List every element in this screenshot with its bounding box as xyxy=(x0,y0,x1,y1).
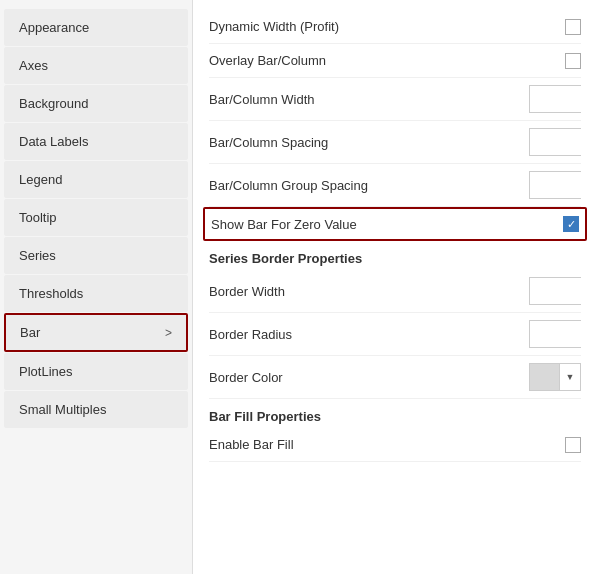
property-row-bar-column-width: Bar/Column Width▲▼ xyxy=(209,78,581,121)
property-row-border-color: Border Color▼ xyxy=(209,356,581,399)
checkbox-enable-bar-fill[interactable] xyxy=(565,437,581,453)
property-label-dynamic-width: Dynamic Width (Profit) xyxy=(209,19,339,34)
sidebar-item-label-series: Series xyxy=(19,248,56,263)
property-label-enable-bar-fill: Enable Bar Fill xyxy=(209,437,294,452)
sidebar-item-label-plotlines: PlotLines xyxy=(19,364,72,379)
property-row-enable-bar-fill: Enable Bar Fill xyxy=(209,428,581,462)
spinner-input-bar-column-spacing[interactable] xyxy=(530,129,597,155)
sidebar-item-arrow-bar: > xyxy=(165,326,172,340)
property-label-border-color: Border Color xyxy=(209,370,283,385)
sidebar-item-data-labels[interactable]: Data Labels xyxy=(4,123,188,160)
sidebar-item-label-thresholds: Thresholds xyxy=(19,286,83,301)
sidebar-item-tooltip[interactable]: Tooltip xyxy=(4,199,188,236)
sidebar-item-axes[interactable]: Axes xyxy=(4,47,188,84)
sidebar-item-small-multiples[interactable]: Small Multiples xyxy=(4,391,188,428)
sidebar-item-thresholds[interactable]: Thresholds xyxy=(4,275,188,312)
spinner-border-width[interactable]: ▲▼ xyxy=(529,277,581,305)
sidebar-item-bar[interactable]: Bar> xyxy=(4,313,188,352)
sidebar-item-label-data-labels: Data Labels xyxy=(19,134,88,149)
property-row-border-radius: Border Radius▲▼ xyxy=(209,313,581,356)
property-row-border-width: Border Width▲▼ xyxy=(209,270,581,313)
spinner-border-radius[interactable]: ▲▼ xyxy=(529,320,581,348)
property-row-overlay-bar: Overlay Bar/Column xyxy=(209,44,581,78)
property-label-bar-column-width: Bar/Column Width xyxy=(209,92,314,107)
sidebar-item-label-small-multiples: Small Multiples xyxy=(19,402,106,417)
property-row-bar-column-spacing: Bar/Column Spacing▲▼ xyxy=(209,121,581,164)
property-label-bar-column-group-spacing: Bar/Column Group Spacing xyxy=(209,178,368,193)
color-picker-border-color[interactable]: ▼ xyxy=(529,363,581,391)
property-row-dynamic-width: Dynamic Width (Profit) xyxy=(209,10,581,44)
sidebar-item-label-bar: Bar xyxy=(20,325,40,340)
property-label-bar-column-spacing: Bar/Column Spacing xyxy=(209,135,328,150)
color-dropdown-btn-border-color[interactable]: ▼ xyxy=(560,372,580,382)
checkbox-overlay-bar[interactable] xyxy=(565,53,581,69)
spinner-input-bar-column-group-spacing[interactable] xyxy=(530,172,597,198)
sidebar-item-label-legend: Legend xyxy=(19,172,62,187)
section-border-header: Series Border Properties xyxy=(209,241,581,270)
spinner-input-border-radius[interactable] xyxy=(530,321,597,347)
sidebar-item-appearance[interactable]: Appearance xyxy=(4,9,188,46)
property-row-show-bar-zero: Show Bar For Zero Value✓ xyxy=(203,207,587,241)
property-row-bar-column-group-spacing: Bar/Column Group Spacing▲▼ xyxy=(209,164,581,207)
section-fill-header: Bar Fill Properties xyxy=(209,399,581,428)
sidebar-item-label-background: Background xyxy=(19,96,88,111)
sidebar-item-series[interactable]: Series xyxy=(4,237,188,274)
sidebar-item-label-axes: Axes xyxy=(19,58,48,73)
sidebar-item-label-appearance: Appearance xyxy=(19,20,89,35)
main-content: Dynamic Width (Profit)Overlay Bar/Column… xyxy=(193,0,597,574)
checkbox-dynamic-width[interactable] xyxy=(565,19,581,35)
sidebar-item-legend[interactable]: Legend xyxy=(4,161,188,198)
property-label-show-bar-zero: Show Bar For Zero Value xyxy=(211,217,357,232)
spinner-bar-column-width[interactable]: ▲▼ xyxy=(529,85,581,113)
checkbox-show-bar-zero[interactable]: ✓ xyxy=(563,216,579,232)
spinner-input-border-width[interactable] xyxy=(530,278,597,304)
property-label-overlay-bar: Overlay Bar/Column xyxy=(209,53,326,68)
sidebar-item-background[interactable]: Background xyxy=(4,85,188,122)
sidebar: AppearanceAxesBackgroundData LabelsLegen… xyxy=(0,0,193,574)
property-label-border-width: Border Width xyxy=(209,284,285,299)
color-swatch-border-color xyxy=(530,364,560,390)
spinner-input-bar-column-width[interactable] xyxy=(530,86,597,112)
spinner-bar-column-spacing[interactable]: ▲▼ xyxy=(529,128,581,156)
sidebar-item-plotlines[interactable]: PlotLines xyxy=(4,353,188,390)
spinner-bar-column-group-spacing[interactable]: ▲▼ xyxy=(529,171,581,199)
sidebar-item-label-tooltip: Tooltip xyxy=(19,210,57,225)
property-label-border-radius: Border Radius xyxy=(209,327,292,342)
